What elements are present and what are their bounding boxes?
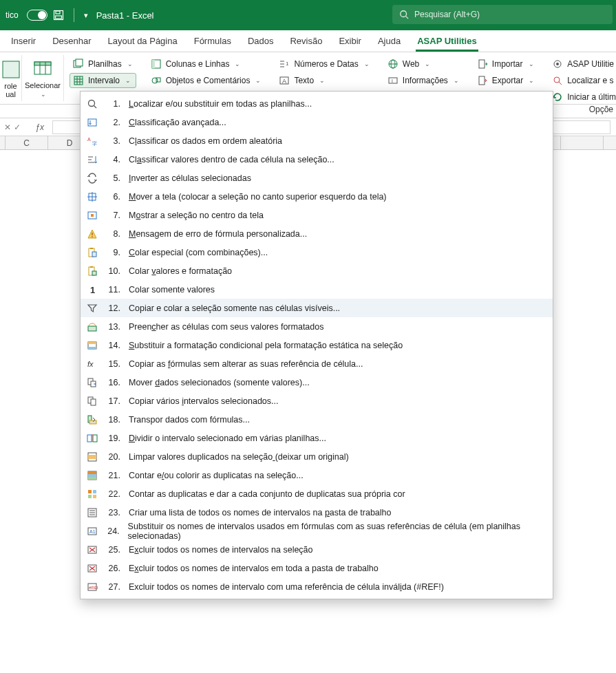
cmd-objetos-comentarios[interactable]: Objetos e Comentários⌄ bbox=[147, 73, 265, 88]
cmd-colunas-linhas[interactable]: Colunas e Linhas⌄ bbox=[147, 56, 265, 72]
ribbon-tabs: Inserir Desenhar Layout da Página Fórmul… bbox=[0, 30, 616, 52]
ribbon-button-selecionar[interactable]: Selecionar⌄ bbox=[22, 55, 64, 101]
tab-formulas[interactable]: Fórmulas bbox=[193, 32, 233, 52]
cmd-iniciar-ultima[interactable]: Iniciar a últim bbox=[549, 89, 616, 105]
svg-point-35 bbox=[556, 63, 559, 65]
svg-point-36 bbox=[554, 77, 560, 83]
menu-item-label: Classificar os dados em ordem aleatória bbox=[129, 136, 282, 146]
sort-icon bbox=[86, 116, 98, 129]
big1-line1: role bbox=[4, 82, 17, 90]
svg-line-37 bbox=[559, 82, 562, 85]
svg-line-39 bbox=[94, 105, 97, 108]
menu-item-number: 1. bbox=[107, 99, 120, 109]
ribbon-group-controle[interactable]: roleual bbox=[0, 55, 22, 101]
svg-rect-11 bbox=[76, 59, 83, 66]
tab-exibir[interactable]: Exibir bbox=[337, 32, 363, 52]
cmd-web-label: Web bbox=[403, 59, 419, 69]
column-header[interactable] bbox=[0, 136, 6, 149]
cmd-planilhas[interactable]: Planilhas⌄ bbox=[70, 56, 136, 72]
cmd-importar[interactable]: Importar⌄ bbox=[474, 56, 538, 72]
tab-desenhar[interactable]: Desenhar bbox=[51, 32, 92, 52]
svg-text:A: A bbox=[282, 78, 286, 85]
cmd-numeros-datas[interactable]: 1 Números e Datas⌄ bbox=[275, 56, 372, 72]
cmd-numeros-label: Números e Datas bbox=[294, 59, 358, 69]
cmd-texto[interactable]: A Texto⌄ bbox=[275, 73, 372, 88]
chevron-down-icon: ⌄ bbox=[41, 91, 46, 98]
svg-rect-2 bbox=[55, 16, 61, 19]
svg-rect-40 bbox=[88, 119, 96, 126]
cmd-info-label: Informações bbox=[403, 76, 448, 85]
search-icon bbox=[86, 98, 98, 110]
menu-item-label: Classificação avançada... bbox=[129, 118, 226, 127]
menu-item-3[interactable]: A字3.Classificar os dados em ordem aleató… bbox=[81, 131, 553, 150]
random-icon: A字 bbox=[86, 135, 98, 147]
cmd-planilhas-label: Planilhas bbox=[88, 59, 122, 69]
svg-text:A: A bbox=[87, 137, 91, 142]
menu-item-number: 3. bbox=[107, 136, 120, 146]
svg-point-19 bbox=[152, 78, 158, 83]
svg-point-38 bbox=[89, 100, 95, 106]
cmd-informacoes[interactable]: i Informações⌄ bbox=[384, 73, 463, 88]
svg-line-4 bbox=[406, 17, 409, 19]
menu-item-1[interactable]: 1.Localizar e/ou substituir em todas as … bbox=[81, 94, 553, 113]
selecionar-label: Selecionar bbox=[25, 81, 61, 89]
autosave-toggle[interactable] bbox=[27, 10, 47, 21]
fx-icon[interactable]: ƒx bbox=[21, 122, 48, 132]
search-icon bbox=[399, 10, 409, 19]
svg-rect-1 bbox=[56, 11, 60, 14]
search-box[interactable]: Pesquisar (Alt+G) bbox=[392, 5, 613, 24]
column-header[interactable]: C bbox=[6, 136, 48, 149]
tab-asap-utilities[interactable]: ASAP Utilities bbox=[416, 32, 478, 52]
svg-text:1: 1 bbox=[286, 61, 289, 67]
tab-revisao[interactable]: Revisão bbox=[288, 32, 323, 52]
svg-rect-30 bbox=[389, 78, 397, 83]
cmd-localizar-label: Localizar e s bbox=[567, 76, 613, 85]
cmd-colunas-label: Colunas e Linhas bbox=[166, 59, 230, 69]
cmd-localizar-substituir[interactable]: Localizar e s bbox=[549, 73, 616, 88]
tab-layout[interactable]: Layout da Página bbox=[107, 32, 179, 52]
tab-ajuda[interactable]: Ajuda bbox=[376, 32, 402, 52]
cmd-iniciar-label: Iniciar a últim bbox=[567, 92, 616, 102]
svg-rect-7 bbox=[34, 62, 51, 65]
title-bar: tico ▾ Pasta1 - Excel Pesquisar (Alt+G) bbox=[0, 0, 616, 30]
search-placeholder: Pesquisar (Alt+G) bbox=[414, 10, 480, 19]
svg-rect-5 bbox=[3, 61, 19, 78]
menu-item-number: 2. bbox=[107, 118, 120, 127]
svg-point-3 bbox=[401, 11, 407, 17]
cmd-asap-utilities[interactable]: ASAP Utilitie bbox=[549, 56, 616, 72]
svg-rect-32 bbox=[479, 60, 485, 68]
autosave-label-fragment: tico bbox=[6, 10, 19, 20]
cmd-asap-label: ASAP Utilitie bbox=[567, 59, 614, 69]
cmd-intervalo[interactable]: Intervalo⌄ bbox=[70, 73, 136, 88]
cmd-texto-label: Texto bbox=[294, 76, 314, 85]
big1-line2: ual bbox=[6, 90, 16, 98]
cmd-importar-label: Importar bbox=[492, 59, 523, 69]
cmd-web[interactable]: Web⌄ bbox=[384, 56, 463, 72]
svg-rect-33 bbox=[479, 76, 485, 85]
cmd-objetos-label: Objetos e Comentários bbox=[166, 76, 251, 85]
column-header[interactable] bbox=[561, 136, 604, 149]
tab-inserir[interactable]: Inserir bbox=[10, 32, 37, 52]
save-icon[interactable] bbox=[53, 10, 64, 21]
svg-rect-12 bbox=[74, 76, 83, 85]
workbook-title: Pasta1 - Excel bbox=[96, 10, 154, 21]
cmd-intervalo-label: Intervalo bbox=[88, 76, 120, 85]
customize-qat-chevron-icon[interactable]: ▾ bbox=[84, 11, 88, 20]
cmd-opcoes-label[interactable]: Opçõe bbox=[589, 105, 613, 114]
tab-dados[interactable]: Dados bbox=[246, 32, 275, 52]
svg-text:i: i bbox=[392, 78, 393, 84]
cmd-exportar-label: Exportar bbox=[492, 76, 523, 85]
cancel-icon[interactable]: ✕ bbox=[4, 122, 11, 132]
qat-divider bbox=[74, 8, 74, 22]
intervalo-dropdown-menu: 1.Localizar e/ou substituir em todas as … bbox=[80, 91, 553, 150]
quick-access-toolbar: tico ▾ bbox=[6, 8, 88, 22]
enter-icon[interactable]: ✓ bbox=[14, 122, 21, 132]
svg-text:字: 字 bbox=[92, 141, 97, 146]
cmd-exportar[interactable]: Exportar⌄ bbox=[474, 73, 538, 88]
menu-item-label: Localizar e/ou substituir em todas as pl… bbox=[129, 99, 312, 109]
svg-rect-18 bbox=[152, 60, 155, 68]
menu-item-2[interactable]: 2.Classificação avançada... bbox=[81, 113, 553, 131]
